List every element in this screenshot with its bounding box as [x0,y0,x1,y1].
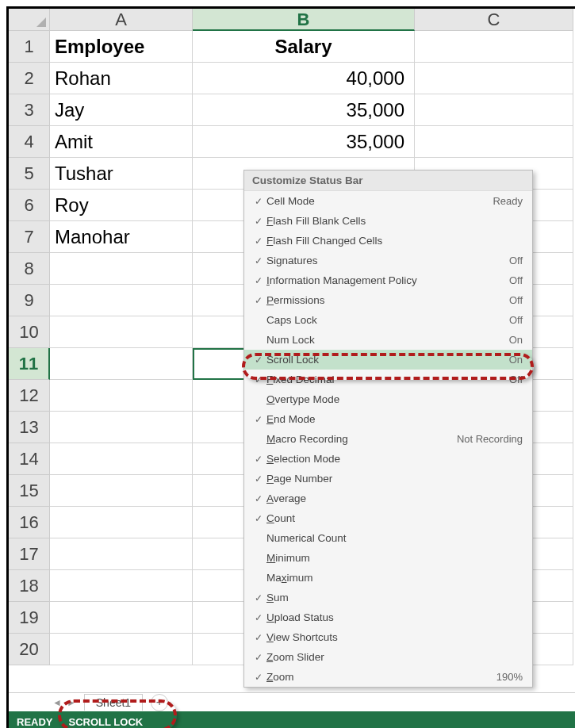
check-icon: ✓ [251,414,266,425]
check-icon: ✓ [251,672,266,683]
check-icon: ✓ [251,354,266,366]
row-header-11[interactable]: 11 [9,348,50,380]
menu-item-sum[interactable]: ✓Sum [244,588,532,607]
col-header-b[interactable]: B [193,9,415,31]
cell-A4[interactable]: Amit [50,126,193,158]
cell-C1[interactable] [415,31,573,63]
row-header-15[interactable]: 15 [9,475,50,507]
menu-item-fixed-decimal[interactable]: ✓Fixed DecimalOff [244,370,532,389]
cell-A16[interactable] [50,507,193,538]
cell-A8[interactable] [50,253,193,285]
row-header-1[interactable]: 1 [9,31,50,63]
menu-item-zoom[interactable]: ✓Zoom190% [244,667,532,687]
menu-item-view-shortcuts[interactable]: ✓View Shortcuts [244,627,532,647]
menu-item-flash-fill-changed-cells[interactable]: ✓Flash Fill Changed Cells [244,231,532,251]
row-header-5[interactable]: 5 [9,158,50,190]
menu-item-information-management-policy[interactable]: ✓Information Management PolicyOff [244,270,532,290]
status-bar[interactable]: READY SCROLL LOCK [9,711,575,728]
cell-A17[interactable] [50,538,193,570]
row-header-2[interactable]: 2 [9,63,50,94]
cell-A14[interactable] [50,443,193,475]
row-header-6[interactable]: 6 [9,190,50,221]
cell-A6[interactable]: Roy [50,190,193,221]
row-header-20[interactable]: 20 [9,634,50,665]
menu-item-value: Not Recording [457,433,523,445]
menu-item-permissions[interactable]: ✓PermissionsOff [244,290,532,310]
cell-A9[interactable] [50,285,193,316]
row-header-14[interactable]: 14 [9,443,50,475]
cell-B3[interactable]: 35,000 [193,94,415,126]
row-header-18[interactable]: 18 [9,570,50,602]
menu-item-value: Off [509,274,523,286]
row-header-9[interactable]: 9 [9,285,50,316]
cell-A3[interactable]: Jay [50,94,193,126]
menu-item-flash-fill-blank-cells[interactable]: ✓Flash Fill Blank Cells [244,211,532,231]
menu-item-count[interactable]: ✓Count [244,508,532,528]
check-icon: ✓ [251,454,266,465]
check-icon: ✓ [251,255,266,266]
row-header-12[interactable]: 12 [9,380,50,412]
cell-A15[interactable] [50,475,193,507]
menu-item-signatures[interactable]: ✓SignaturesOff [244,251,532,270]
menu-item-zoom-slider[interactable]: ✓Zoom Slider [244,647,532,667]
menu-item-overtype-mode[interactable]: Overtype Mode [244,389,532,409]
cell-B1[interactable]: Salary [193,31,415,63]
cell-B4[interactable]: 35,000 [193,126,415,158]
menu-item-label: Page Number [266,473,523,485]
menu-item-average[interactable]: ✓Average [244,489,532,508]
menu-item-scroll-lock[interactable]: ✓Scroll LockOn [244,350,532,370]
cell-A11[interactable] [50,348,193,380]
cell-B2[interactable]: 40,000 [193,63,415,94]
cell-A7[interactable]: Manohar [50,221,193,253]
row-header-10[interactable]: 10 [9,316,50,348]
status-scroll-lock: SCROLL LOCK [69,716,144,728]
cell-A5[interactable]: Tushar [50,158,193,190]
menu-item-numerical-count[interactable]: Numerical Count [244,528,532,548]
status-bar-context-menu: Customize Status Bar ✓Cell ModeReady✓Fla… [243,170,533,688]
menu-item-num-lock[interactable]: Num LockOn [244,330,532,350]
menu-item-label: View Shortcuts [266,631,523,643]
menu-item-end-mode[interactable]: ✓End Mode [244,409,532,429]
cell-A19[interactable] [50,602,193,634]
menu-item-maximum[interactable]: Maximum [244,568,532,588]
sheet-tab[interactable]: Sheet1 [84,694,143,711]
cell-A18[interactable] [50,570,193,602]
menu-item-value: On [509,334,523,346]
tab-nav-arrows[interactable]: ◄► [52,697,76,708]
menu-item-value: Off [509,294,523,306]
menu-item-upload-status[interactable]: ✓Upload Status [244,607,532,627]
menu-item-page-number[interactable]: ✓Page Number [244,469,532,489]
cell-C3[interactable] [415,94,573,126]
row-header-13[interactable]: 13 [9,412,50,443]
menu-item-caps-lock[interactable]: Caps LockOff [244,310,532,330]
row-header-4[interactable]: 4 [9,126,50,158]
sheet-tab-strip: ◄► Sheet1 + [9,692,575,711]
cell-A13[interactable] [50,412,193,443]
cell-A1[interactable]: Employee [50,31,193,63]
col-header-a[interactable]: A [50,9,193,31]
col-header-c[interactable]: C [415,9,573,31]
menu-item-label: Signatures [266,255,509,266]
cell-A10[interactable] [50,316,193,348]
menu-item-selection-mode[interactable]: ✓Selection Mode [244,449,532,469]
cell-C2[interactable] [415,63,573,94]
row-header-16[interactable]: 16 [9,507,50,538]
row-header-3[interactable]: 3 [9,94,50,126]
menu-item-minimum[interactable]: Minimum [244,548,532,568]
add-sheet-button[interactable]: + [151,694,168,711]
menu-item-macro-recording[interactable]: Macro RecordingNot Recording [244,429,532,449]
menu-item-label: End Mode [266,413,523,425]
select-all-triangle[interactable] [9,9,50,31]
cell-C4[interactable] [415,126,573,158]
cell-A20[interactable] [50,634,193,665]
menu-item-cell-mode[interactable]: ✓Cell ModeReady [244,191,532,211]
cell-A2[interactable]: Rohan [50,63,193,94]
menu-item-label: Flash Fill Blank Cells [266,215,523,227]
row-header-7[interactable]: 7 [9,221,50,253]
check-icon: ✓ [251,236,266,247]
check-icon: ✓ [251,513,266,524]
row-header-17[interactable]: 17 [9,538,50,570]
row-header-8[interactable]: 8 [9,253,50,285]
cell-A12[interactable] [50,380,193,412]
row-header-19[interactable]: 19 [9,602,50,634]
